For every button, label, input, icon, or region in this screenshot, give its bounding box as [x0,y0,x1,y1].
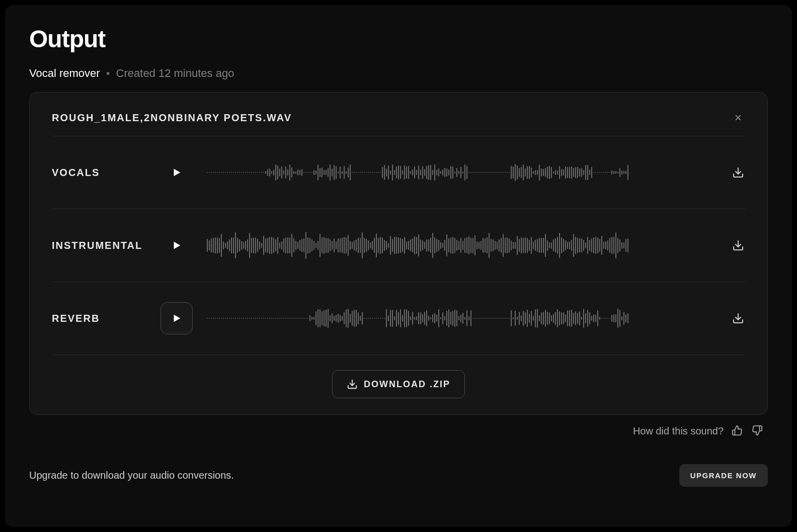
waveform[interactable] [207,231,715,259]
page-title: Output [29,25,768,53]
play-icon [171,167,182,178]
svg-marker-6 [174,315,181,322]
play-button[interactable] [161,229,193,261]
separator-dot: • [106,67,110,79]
download-track-button[interactable] [731,165,745,180]
track-row: VOCALS [52,136,745,209]
subtitle: Vocal remover • Created 12 minutes ago [29,67,768,80]
svg-marker-4 [174,242,181,249]
upgrade-text: Upgrade to download your audio conversio… [29,470,234,481]
upgrade-now-button[interactable]: UPGRADE NOW [679,464,768,487]
track-label: REVERB [52,313,156,324]
download-icon [732,166,744,179]
close-button[interactable] [731,111,745,125]
track-label: VOCALS [52,167,156,179]
play-icon [171,240,182,251]
waveform[interactable] [207,158,715,187]
tool-name: Vocal remover [29,67,100,79]
play-button[interactable] [161,302,193,334]
download-icon [732,239,744,251]
thumbs-up-button[interactable] [732,425,744,437]
download-icon [732,312,744,324]
download-track-button[interactable] [731,311,745,325]
close-icon [734,113,743,122]
created-time: Created 12 minutes ago [116,67,234,79]
waveform[interactable] [207,304,715,332]
thumbs-down-button[interactable] [752,425,764,437]
track-label: INSTRUMENTAL [52,240,156,251]
play-icon [171,313,182,324]
output-card: ROUGH_1MALE,2NONBINARY POETS.WAV VOCALSI… [29,92,768,415]
download-zip-label: DOWNLOAD .ZIP [364,379,450,390]
download-zip-button[interactable]: DOWNLOAD .ZIP [332,370,465,398]
track-row: REVERB [52,282,745,354]
feedback-prompt: How did this sound? [633,425,724,437]
svg-marker-2 [174,169,181,176]
download-icon [347,379,358,390]
play-button[interactable] [161,156,193,189]
file-name: ROUGH_1MALE,2NONBINARY POETS.WAV [52,112,292,124]
thumbs-up-icon [732,425,743,436]
thumbs-down-icon [752,425,763,436]
download-track-button[interactable] [731,238,745,252]
track-row: INSTRUMENTAL [52,209,745,282]
